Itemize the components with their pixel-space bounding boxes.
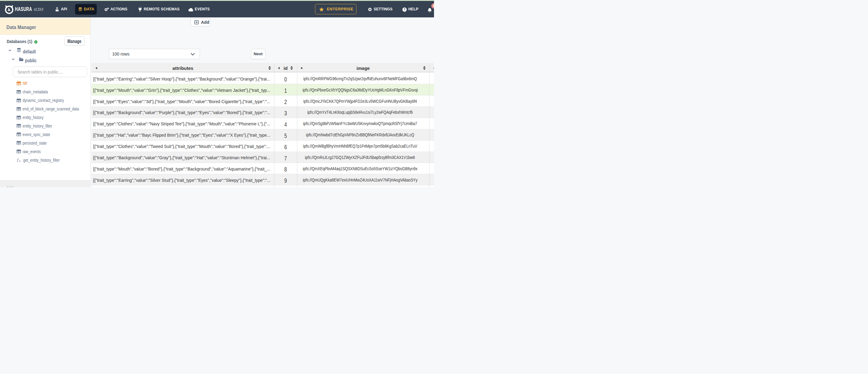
svg-text:x: x xyxy=(19,160,21,163)
svg-text:?: ? xyxy=(403,8,405,11)
svg-text:f: f xyxy=(17,158,19,162)
